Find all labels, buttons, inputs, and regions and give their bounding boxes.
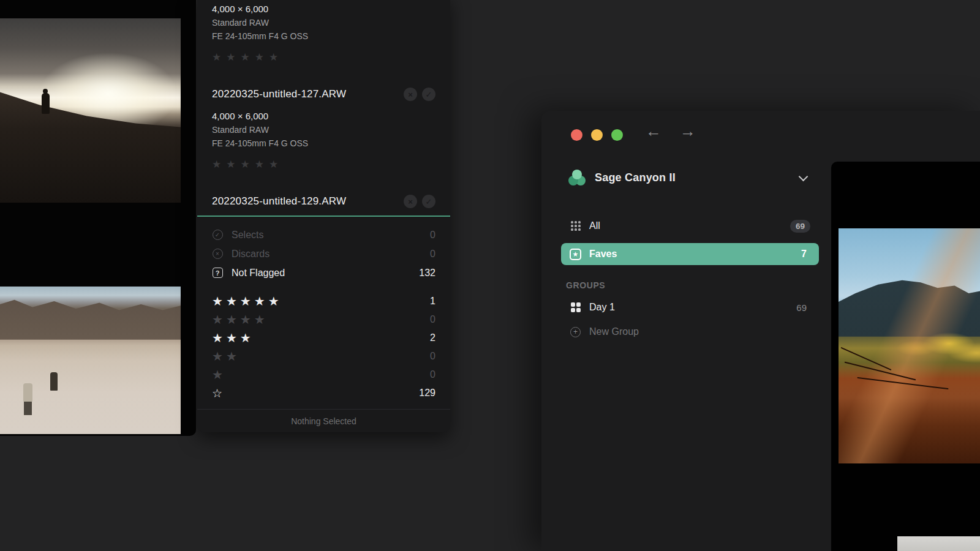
filmstrip-panel xyxy=(0,0,196,436)
grid-icon xyxy=(570,220,581,232)
library-header[interactable]: Sage Canyon II xyxy=(568,168,676,187)
app-stage: 4,000 × 6,000 Standard RAW FE 24-105mm F… xyxy=(0,0,980,551)
filter-section: ✓ Selects 0 × Discards 0 ? Not Flagged 1… xyxy=(197,216,450,402)
library-sidebar: Sage Canyon II All 69 ★ Faves 7 GROUPS xyxy=(541,111,831,551)
star-outline-icon: ☆ xyxy=(212,388,225,399)
library-window: ← → Sage Canyon II All 69 ★ xyxy=(541,111,980,551)
discard-icon[interactable]: × xyxy=(404,195,417,208)
rating-row-5-stars[interactable]: ★★★★★ 1 xyxy=(197,292,450,310)
photo-thumbnail-canyon[interactable] xyxy=(839,228,980,463)
stars-icon: ★★★ xyxy=(212,332,254,344)
sidebar-item-all[interactable]: All 69 xyxy=(561,215,819,237)
file-dimensions: 4,000 × 6,000 xyxy=(212,111,435,121)
discard-icon[interactable]: × xyxy=(404,88,417,101)
sidebar-item-label: All xyxy=(589,220,600,231)
stars-icon: ★★★★ xyxy=(212,313,268,326)
file-entry: 20220325-untitled-127.ARW × ✓ 4,000 × 6,… xyxy=(197,63,450,170)
filter-count: 0 xyxy=(430,249,435,260)
rating-row-4-stars[interactable]: ★★★★ 0 xyxy=(197,310,450,329)
rating-count: 2 xyxy=(430,332,435,343)
photo-thumbnail-desert-group[interactable] xyxy=(0,287,181,434)
filter-count: 132 xyxy=(419,268,435,279)
stars-icon: ★★★★★ xyxy=(212,295,282,307)
new-group-label: New Group xyxy=(589,326,639,337)
sidebar-item-label: Day 1 xyxy=(589,302,615,313)
photo-figure xyxy=(50,372,58,391)
file-lens: FE 24-105mm F4 G OSS xyxy=(212,31,435,41)
filter-label: Selects xyxy=(232,230,263,241)
library-logo-icon xyxy=(568,170,587,186)
filter-count: 0 xyxy=(430,230,435,241)
question-box-icon: ? xyxy=(213,268,223,278)
circle-check-icon: ✓ xyxy=(213,230,223,240)
file-name: 20220325-untitled-127.ARW xyxy=(212,88,346,100)
count-label: 69 xyxy=(796,302,807,313)
rating-count: 0 xyxy=(430,314,435,325)
file-format: Standard RAW xyxy=(212,125,435,135)
new-group-button[interactable]: + New Group xyxy=(561,321,819,343)
filter-row-discards[interactable]: × Discards 0 xyxy=(197,244,450,263)
file-entry: 4,000 × 6,000 Standard RAW FE 24-105mm F… xyxy=(197,4,450,63)
circle-x-icon: × xyxy=(213,249,223,259)
rating-count: 0 xyxy=(430,369,435,380)
stars-icon: ★ xyxy=(212,369,226,381)
photo-grid-canvas xyxy=(831,162,980,551)
rating-filters: ★★★★★ 1 ★★★★ 0 ★★★ 2 ★★ 0 ★ 0 xyxy=(197,292,450,402)
count-badge: 69 xyxy=(790,220,810,233)
rating-count: 1 xyxy=(430,296,435,307)
rating-count: 0 xyxy=(430,351,435,362)
stars-icon: ★★ xyxy=(212,350,240,362)
rating-row-3-stars[interactable]: ★★★ 2 xyxy=(197,329,450,347)
file-rating-stars[interactable]: ★★★★★ xyxy=(212,158,435,170)
file-dimensions: 4,000 × 6,000 xyxy=(212,4,435,14)
file-rating-stars[interactable]: ★★★★★ xyxy=(212,51,435,63)
photo-person-silhouette xyxy=(42,93,50,114)
filter-label: Discards xyxy=(232,249,270,260)
file-lens: FE 24-105mm F4 G OSS xyxy=(212,138,435,148)
filter-label: Not Flagged xyxy=(232,268,285,279)
sidebar-item-label: Faves xyxy=(589,249,617,260)
filter-row-selects[interactable]: ✓ Selects 0 xyxy=(197,225,450,244)
select-icon[interactable]: ✓ xyxy=(422,195,435,208)
plus-circle-icon: + xyxy=(570,326,581,338)
file-name: 20220325-untitled-129.ARW xyxy=(212,195,346,208)
select-icon[interactable]: ✓ xyxy=(422,88,435,101)
count-label: 7 xyxy=(801,249,807,260)
chevron-down-icon[interactable] xyxy=(799,173,807,181)
sidebar-item-faves[interactable]: ★ Faves 7 xyxy=(561,243,819,265)
photo-figure xyxy=(23,383,32,402)
inspector-panel: 4,000 × 6,000 Standard RAW FE 24-105mm F… xyxy=(197,0,450,432)
rating-row-2-stars[interactable]: ★★ 0 xyxy=(197,347,450,365)
groups-section-header: GROUPS xyxy=(566,280,605,290)
filter-row-not-flagged[interactable]: ? Not Flagged 132 xyxy=(197,263,450,282)
library-title: Sage Canyon II xyxy=(595,171,676,184)
sidebar-item-day-1[interactable]: Day 1 69 xyxy=(561,296,819,318)
photo-thumbnail-partial[interactable] xyxy=(897,536,980,551)
rating-row-0-stars[interactable]: ☆ 129 xyxy=(197,384,450,402)
group-grid-icon xyxy=(570,302,581,313)
selection-status: Nothing Selected xyxy=(197,409,450,432)
photo-rock-highlight xyxy=(839,228,980,463)
rating-row-1-star[interactable]: ★ 0 xyxy=(197,365,450,384)
star-square-icon: ★ xyxy=(570,249,581,260)
file-entry: 20220325-untitled-129.ARW × ✓ xyxy=(197,170,450,208)
rating-count: 129 xyxy=(419,388,435,399)
file-format: Standard RAW xyxy=(212,18,435,28)
photo-thumbnail-dune-sunset[interactable] xyxy=(0,18,181,203)
